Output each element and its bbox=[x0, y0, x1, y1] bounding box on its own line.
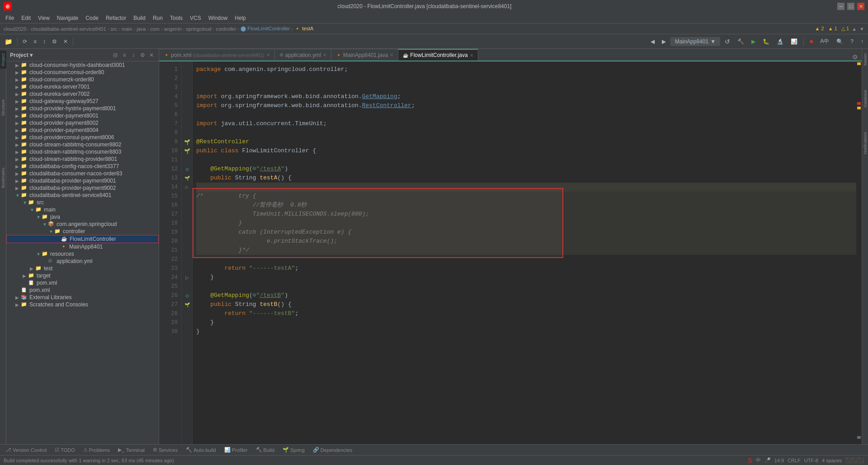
tree-item-src[interactable]: ▼ 📁 src bbox=[6, 199, 159, 206]
toolbar-back-btn[interactable]: ◀ bbox=[648, 37, 657, 46]
tree-item-main[interactable]: ▼ 📁 main bbox=[6, 206, 159, 213]
toolbar-list-btn[interactable]: ≡ bbox=[31, 37, 39, 46]
menu-refactor[interactable]: Refactor bbox=[102, 14, 130, 22]
breadcrumb-controller[interactable]: controller bbox=[216, 26, 236, 32]
breadcrumb-cloud2020[interactable]: cloud2020 bbox=[4, 26, 27, 32]
breadcrumb-src[interactable]: src bbox=[110, 26, 117, 32]
tree-item-test[interactable]: ▶ 📁 test bbox=[6, 265, 159, 272]
run-config-dropdown[interactable]: MainApp8401 ▼ bbox=[670, 37, 720, 46]
bottom-tab-build[interactable]: 🔨 Build bbox=[252, 446, 278, 454]
debug-btn[interactable]: 🐛 bbox=[760, 37, 772, 46]
bookmarks-tab[interactable]: Bookmarks bbox=[0, 165, 6, 191]
menu-code[interactable]: Code bbox=[82, 14, 102, 22]
tree-item-gateway[interactable]: ▶ 📁 cloud-gateway-gateway9527 bbox=[6, 98, 159, 105]
toolbar-sort-btn[interactable]: ↕ bbox=[40, 37, 48, 46]
tab-mainapp-close[interactable]: ✕ bbox=[390, 52, 393, 57]
status-position[interactable]: 14:9 bbox=[774, 458, 784, 463]
tree-item-payment8002[interactable]: ▶ 📁 cloud-provider-payment8002 bbox=[6, 119, 159, 127]
tab-pom-close[interactable]: ✕ bbox=[266, 52, 270, 57]
toolbar-settings-btn[interactable]: ⚙ bbox=[49, 37, 60, 46]
tree-item-nacos83[interactable]: ▶ 📁 cloudalibaba-consumer-nacos-order83 bbox=[6, 170, 159, 177]
tab-flowlimit[interactable]: ☕ FlowLimitController.java ✕ bbox=[398, 49, 478, 61]
menu-tools[interactable]: Tools bbox=[166, 14, 186, 22]
scroll-thumb[interactable] bbox=[857, 436, 861, 439]
gutter-arrow-14[interactable]: ▷ bbox=[182, 183, 192, 192]
status-indent[interactable]: 4 spaces bbox=[822, 458, 842, 463]
tree-item-pom-root[interactable]: 📋 pom.xml bbox=[6, 287, 159, 294]
gutter-method-b[interactable]: 🌱 bbox=[182, 300, 192, 309]
breadcrumb-method[interactable]: 🔸 testA bbox=[294, 26, 313, 32]
tab-yml-close[interactable]: ✕ bbox=[323, 52, 326, 57]
run-btn[interactable]: ▶ bbox=[749, 37, 758, 46]
gutter-collapse-24[interactable]: ▷ bbox=[182, 273, 192, 282]
scroll-down-btn[interactable]: ▼ bbox=[859, 26, 864, 32]
tree-item-payment9001[interactable]: ▶ 📁 cloudalibaba-provider-payment9001 bbox=[6, 177, 159, 184]
tab-settings-icon[interactable]: ⚙ bbox=[852, 53, 858, 61]
tree-item-consumerconsul[interactable]: ▶ 📁 cloud-consumerconsul-order80 bbox=[6, 69, 159, 76]
tab-yml[interactable]: ⚙ application.yml ✕ bbox=[275, 49, 331, 61]
bottom-tab-profiler[interactable]: 📊 Profiler bbox=[221, 446, 251, 454]
tree-item-package[interactable]: ▼ 📦 com.angenin.springcloud bbox=[6, 221, 159, 228]
tree-item-java[interactable]: ▼ 📁 java bbox=[6, 213, 159, 221]
toolbar-close-panel-btn[interactable]: ✕ bbox=[61, 37, 71, 46]
gutter-restcontroller[interactable]: 🌱 bbox=[182, 137, 192, 146]
tree-item-eureka7002[interactable]: ▶ 📁 cloud-eureka-server7002 bbox=[6, 90, 159, 98]
gutter-class[interactable]: 🌱 bbox=[182, 146, 192, 155]
menu-view[interactable]: View bbox=[34, 14, 53, 22]
gutter-getmapping-a[interactable]: ⊙ bbox=[182, 164, 192, 174]
breadcrumb-java[interactable]: java bbox=[137, 26, 146, 32]
maximize-button[interactable]: □ bbox=[847, 3, 854, 10]
structure-tab[interactable]: Structure bbox=[0, 97, 6, 119]
notifications-tab[interactable]: Notifications bbox=[862, 129, 868, 157]
gutter-getmapping-b[interactable]: ⊙ bbox=[182, 291, 192, 300]
translate-btn[interactable]: A中 bbox=[817, 36, 832, 47]
bottom-tab-vcs[interactable]: ⎇ Version Control bbox=[2, 446, 50, 454]
update-btn[interactable]: ↑ bbox=[858, 37, 866, 46]
tree-item-consumer-hystrix[interactable]: ▶ 📁 cloud-consumer-hystrix-dashboard3001 bbox=[6, 61, 159, 69]
tree-item-scratches[interactable]: ▶ 📁 Scratches and Consoles bbox=[6, 301, 159, 308]
tree-item-sentinel8401[interactable]: ▼ 📁 cloudalibaba-sentinel-service8401 bbox=[6, 192, 159, 199]
breadcrumb-class[interactable]: ⬤ FlowLimitController bbox=[241, 26, 290, 32]
bottom-tab-spring[interactable]: 🌱 Spring bbox=[279, 446, 308, 454]
tree-item-provider-hystrix[interactable]: ▶ 📁 cloud-provider-hystrix-payment8001 bbox=[6, 105, 159, 112]
tree-item-external-libs[interactable]: ▶ 📚 External Libraries bbox=[6, 294, 159, 301]
tree-item-stream8803[interactable]: ▶ 📁 cloud-stream-rabbitmq-consumer8803 bbox=[6, 148, 159, 155]
tree-item-nacos3377[interactable]: ▶ 📁 cloudalibaba-config-nacos-client3377 bbox=[6, 163, 159, 170]
breadcrumb-com[interactable]: com bbox=[150, 26, 160, 32]
breadcrumb-module[interactable]: cloudalibaba-sentinel-service8401 bbox=[31, 26, 106, 32]
close-button[interactable]: ✕ bbox=[857, 3, 864, 10]
profile-btn[interactable]: 📊 bbox=[788, 37, 800, 46]
tree-item-payment8001[interactable]: ▶ 📁 cloud-provider-payment8001 bbox=[6, 112, 159, 119]
menu-vcs[interactable]: VCS bbox=[186, 14, 205, 22]
scroll-up-btn[interactable]: ▲ bbox=[852, 26, 857, 32]
build-all-btn[interactable]: 🔨 bbox=[735, 37, 747, 46]
tree-item-flowlimitcontroller[interactable]: ☕ FlowLimitController bbox=[6, 235, 159, 243]
toolbar-sync-btn[interactable]: ⟳ bbox=[20, 37, 30, 46]
project-tab[interactable]: Project bbox=[0, 51, 6, 69]
menu-window[interactable]: Window bbox=[205, 14, 231, 22]
code-content[interactable]: package com.angenin.springcloud.controll… bbox=[193, 61, 856, 444]
tree-item-eureka7001[interactable]: ▶ 📁 cloud-eureka-server7001 bbox=[6, 83, 159, 90]
tab-pom[interactable]: 🔸 pom.xml (cloudalibaba-sentinel-service… bbox=[159, 49, 275, 61]
tree-item-mainapp[interactable]: 🔸 MainApp8401 bbox=[6, 243, 159, 250]
tree-item-resources[interactable]: ▼ 📁 resources bbox=[6, 250, 159, 258]
breadcrumb-springcloud[interactable]: springcloud bbox=[186, 26, 211, 32]
database-tab[interactable]: Database bbox=[862, 87, 868, 110]
tree-item-providerconsul[interactable]: ▶ 📁 cloud-providerconsul-payment8006 bbox=[6, 134, 159, 141]
tree-item-consumerzk[interactable]: ▶ 📁 cloud-consumerzk-order80 bbox=[6, 76, 159, 83]
breadcrumb-main[interactable]: main bbox=[122, 26, 132, 32]
panel-close-icon[interactable]: ✕ bbox=[148, 52, 155, 59]
tab-mainapp[interactable]: 🔸 MainApp8401.java ✕ bbox=[331, 49, 398, 61]
tree-item-payment8004[interactable]: ▶ 📁 cloud-provider-payment8004 bbox=[6, 127, 159, 134]
bottom-tab-services[interactable]: ⚙ Services bbox=[149, 446, 181, 454]
bottom-tab-dependencies[interactable]: 🔗 Dependencies bbox=[309, 446, 356, 454]
tree-item-target[interactable]: ▶ 📁 target bbox=[6, 272, 159, 279]
minimize-button[interactable]: ─ bbox=[837, 3, 844, 10]
bottom-tab-terminal[interactable]: ▶_ Terminal bbox=[114, 446, 148, 454]
search-btn[interactable]: 🔍 bbox=[834, 37, 846, 46]
menu-navigate[interactable]: Navigate bbox=[53, 14, 82, 22]
collapse-all-icon[interactable]: ⊟ bbox=[112, 52, 119, 59]
menu-file[interactable]: File bbox=[2, 14, 18, 22]
tree-item-payment9002[interactable]: ▶ 📁 cloudalibaba-provider-payment9002 bbox=[6, 184, 159, 192]
menu-edit[interactable]: Edit bbox=[18, 14, 34, 22]
